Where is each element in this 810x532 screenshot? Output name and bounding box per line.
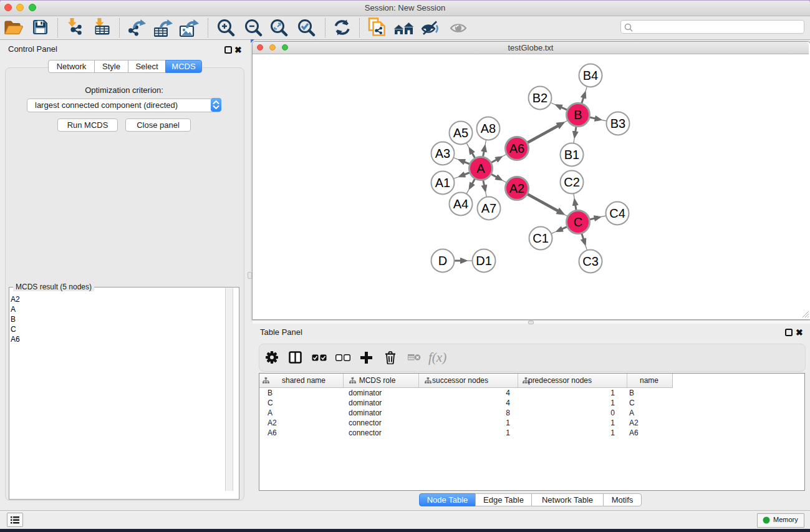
svg-text:C2: C2 — [564, 175, 580, 189]
svg-text:C4: C4 — [609, 206, 625, 220]
svg-text:B: B — [574, 108, 582, 122]
svg-text:C3: C3 — [582, 254, 599, 268]
svg-text:D1: D1 — [476, 254, 492, 268]
svg-text:A8: A8 — [481, 122, 496, 135]
svg-text:A3: A3 — [435, 147, 450, 160]
svg-text:A7: A7 — [481, 201, 496, 215]
svg-text:B4: B4 — [583, 69, 598, 82]
svg-text:B2: B2 — [533, 91, 547, 105]
svg-text:D: D — [438, 254, 447, 268]
svg-text:A: A — [476, 162, 485, 175]
svg-text:A4: A4 — [453, 197, 468, 211]
svg-text:C1: C1 — [533, 231, 549, 245]
svg-text:B1: B1 — [564, 148, 579, 162]
svg-text:A6: A6 — [509, 142, 524, 155]
svg-text:A5: A5 — [453, 126, 468, 140]
svg-text:A1: A1 — [435, 176, 450, 190]
svg-text:C: C — [574, 215, 582, 229]
svg-text:A2: A2 — [509, 181, 524, 195]
svg-text:B3: B3 — [610, 117, 625, 130]
